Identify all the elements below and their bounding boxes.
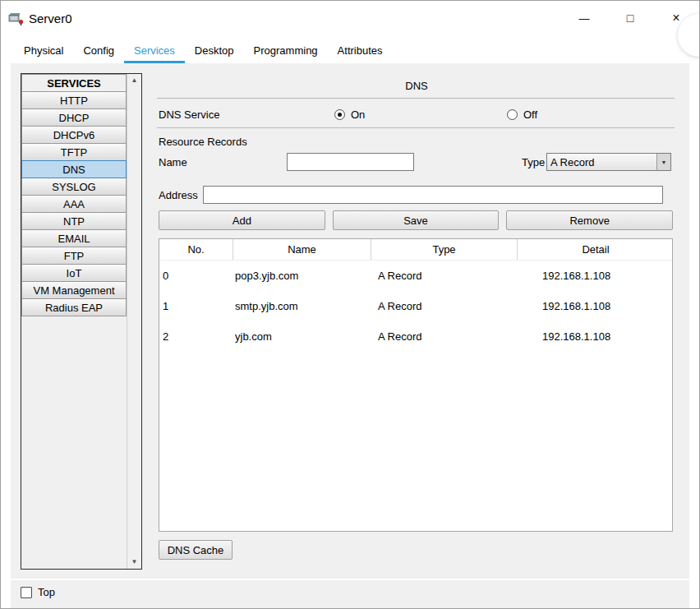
cell-name: yjb.com (233, 321, 371, 352)
radio-on[interactable] (334, 109, 345, 120)
dns-cache-button[interactable]: DNS Cache (159, 540, 233, 560)
content-area: SERVICES HTTPDHCPDHCPv6TFTPDNSSYSLOGAAAN… (11, 63, 689, 579)
window-title: Server0 (29, 12, 72, 25)
service-item[interactable]: SYSLOG (21, 178, 127, 196)
cell-name: pop3.yjb.com (233, 261, 371, 291)
panel-title: DNS (157, 80, 676, 92)
cell-type: A Record (371, 321, 518, 352)
cell-type: A Record (371, 291, 518, 321)
tab[interactable]: Physical (14, 39, 73, 63)
services-items: HTTPDHCPDHCPv6TFTPDNSSYSLOGAAANTPEMAILFT… (21, 91, 127, 316)
record-actions: Add Save Remove (159, 210, 673, 230)
scroll-up-icon[interactable]: ▲ (127, 76, 141, 85)
tab-bar: PhysicalConfigServicesDesktopProgramming… (14, 39, 393, 63)
service-item[interactable]: DHCP (21, 108, 127, 127)
table-body: 0 pop3.yjb.com A Record 192.168.1.108 1 … (159, 261, 672, 352)
type-label: Type (522, 156, 545, 168)
type-select-value: A Record (547, 156, 656, 168)
titlebar: Server0 — □ × (1, 1, 699, 35)
radio-off-label: Off (523, 108, 537, 121)
name-input[interactable] (287, 153, 414, 171)
separator (157, 127, 675, 128)
table-row[interactable]: 1 smtp.yjb.com A Record 192.168.1.108 (159, 291, 672, 321)
column-header-name[interactable]: Name (233, 239, 371, 260)
type-select[interactable]: A Record ▼ (546, 153, 671, 171)
column-header-type[interactable]: Type (371, 239, 518, 260)
name-label: Name (159, 156, 187, 168)
column-header-detail[interactable]: Detail (518, 239, 673, 260)
top-checkbox-label: Top (38, 586, 55, 598)
footer-bar: Top (11, 580, 689, 608)
tab[interactable]: Attributes (328, 39, 393, 63)
chevron-down-icon: ▼ (656, 154, 670, 170)
column-header-no[interactable]: No. (159, 239, 233, 260)
cell-no: 0 (159, 261, 233, 291)
table-row[interactable]: 2 yjb.com A Record 192.168.1.108 (159, 321, 672, 352)
maximize-button[interactable]: □ (607, 1, 653, 35)
service-item[interactable]: VM Management (21, 281, 127, 299)
table-header: No. Name Type Detail (159, 239, 672, 261)
cell-detail: 192.168.1.108 (518, 321, 673, 352)
tab[interactable]: Services (124, 39, 185, 63)
server-window: Server0 — □ × PhysicalConfigServicesDesk… (0, 0, 700, 609)
service-item[interactable]: EMAIL (21, 229, 127, 247)
cell-detail: 192.168.1.108 (518, 291, 673, 321)
service-item[interactable]: IoT (21, 264, 127, 282)
address-label: Address (159, 189, 198, 201)
service-item[interactable]: DNS (21, 160, 127, 178)
dns-panel: DNS DNS Service On Off Resource Records … (157, 63, 676, 579)
radio-off[interactable] (507, 109, 518, 120)
service-item[interactable]: NTP (21, 212, 127, 230)
cell-no: 2 (159, 321, 233, 352)
minimize-button[interactable]: — (561, 1, 607, 35)
tab[interactable]: Config (73, 39, 124, 63)
radio-on-label: On (351, 108, 365, 121)
cell-type: A Record (371, 261, 518, 291)
dns-service-label: DNS Service (159, 108, 219, 121)
scroll-down-icon[interactable]: ▼ (127, 558, 141, 566)
tab[interactable]: Programming (244, 39, 328, 63)
service-item[interactable]: DHCPv6 (21, 126, 127, 144)
address-input[interactable] (203, 186, 663, 204)
cell-detail: 192.168.1.108 (518, 261, 673, 291)
remove-button[interactable]: Remove (506, 210, 673, 230)
sidebar-scrollbar[interactable]: ▲ ▼ (127, 74, 141, 569)
services-header: SERVICES (21, 74, 127, 92)
service-item[interactable]: FTP (21, 247, 127, 265)
service-item[interactable]: TFTP (21, 143, 127, 161)
records-table: No. Name Type Detail 0 pop3.yjb.com A Re… (159, 238, 673, 532)
service-item[interactable]: Radius EAP (21, 298, 127, 316)
save-button[interactable]: Save (333, 210, 500, 230)
service-item[interactable]: AAA (21, 195, 127, 213)
resource-records-label: Resource Records (159, 136, 247, 148)
add-button[interactable]: Add (159, 210, 325, 230)
app-icon (7, 10, 24, 26)
services-sidebar: SERVICES HTTPDHCPDHCPv6TFTPDNSSYSLOGAAAN… (21, 73, 142, 570)
tab[interactable]: Desktop (185, 39, 244, 63)
separator (157, 98, 675, 99)
cell-name: smtp.yjb.com (233, 291, 371, 321)
services-list: SERVICES HTTPDHCPDHCPv6TFTPDNSSYSLOGAAAN… (21, 74, 127, 569)
cell-no: 1 (159, 291, 233, 321)
top-checkbox[interactable] (21, 587, 32, 598)
service-item[interactable]: HTTP (21, 91, 127, 109)
table-row[interactable]: 0 pop3.yjb.com A Record 192.168.1.108 (159, 261, 672, 291)
